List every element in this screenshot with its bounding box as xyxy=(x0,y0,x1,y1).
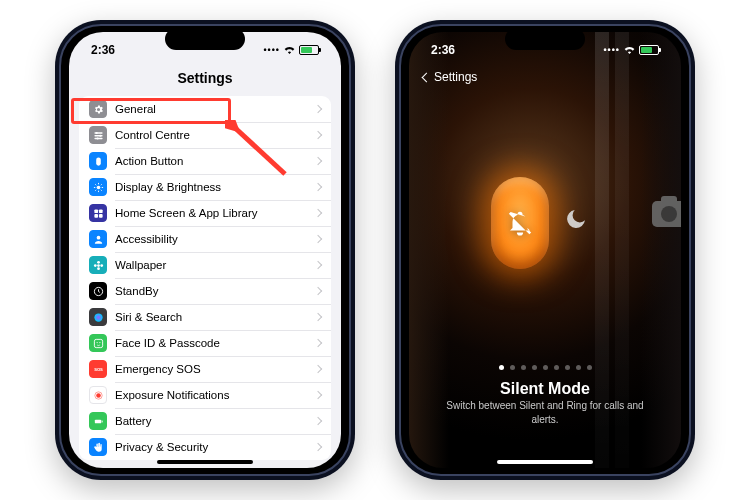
settings-row-display[interactable]: Display & Brightness xyxy=(79,174,331,200)
settings-row-wallpaper[interactable]: Wallpaper xyxy=(79,252,331,278)
settings-row-label: Wallpaper xyxy=(115,259,315,271)
back-button[interactable]: Settings xyxy=(423,70,477,84)
siri-icon xyxy=(89,308,107,326)
svg-line-15 xyxy=(95,189,96,190)
settings-row-general[interactable]: General xyxy=(79,96,331,122)
svg-point-24 xyxy=(93,264,96,267)
page-indicator[interactable] xyxy=(409,365,681,370)
chevron-right-icon xyxy=(314,417,322,425)
screen-action-button: 2:36 •••• Settings Silent Mode Switch be… xyxy=(409,32,681,468)
page-dot xyxy=(565,365,570,370)
chevron-right-icon xyxy=(314,339,322,347)
settings-row-label: Face ID & Passcode xyxy=(115,337,315,349)
svg-point-23 xyxy=(97,267,100,270)
settings-row-label: Exposure Notifications xyxy=(115,389,315,401)
svg-point-20 xyxy=(96,235,100,239)
settings-row-privacy[interactable]: Privacy & Security xyxy=(79,434,331,460)
settings-row-action-button[interactable]: Action Button xyxy=(79,148,331,174)
page-dot xyxy=(510,365,515,370)
chevron-right-icon xyxy=(314,287,322,295)
settings-row-sos[interactable]: SOSEmergency SOS xyxy=(79,356,331,382)
settings-row-exposure[interactable]: Exposure Notifications xyxy=(79,382,331,408)
status-indicators: •••• xyxy=(603,43,659,57)
svg-rect-6 xyxy=(96,157,101,165)
settings-row-siri[interactable]: Siri & Search xyxy=(79,304,331,330)
svg-rect-35 xyxy=(101,420,102,422)
settings-row-home-screen[interactable]: Home Screen & App Library xyxy=(79,200,331,226)
page-dot xyxy=(521,365,526,370)
svg-point-4 xyxy=(99,134,101,136)
mode-peek-focus[interactable] xyxy=(564,207,588,231)
svg-line-13 xyxy=(100,189,101,190)
settings-row-faceid[interactable]: Face ID & Passcode xyxy=(79,330,331,356)
wifi-icon xyxy=(283,43,296,57)
flower-icon xyxy=(89,256,107,274)
svg-point-25 xyxy=(100,264,103,267)
svg-text:SOS: SOS xyxy=(94,367,103,372)
svg-point-29 xyxy=(96,342,97,343)
home-indicator[interactable] xyxy=(157,460,253,464)
camera-icon xyxy=(652,201,681,227)
settings-row-accessibility[interactable]: Accessibility xyxy=(79,226,331,252)
settings-row-label: Battery xyxy=(115,415,315,427)
settings-row-label: General xyxy=(115,103,315,115)
phone-right-action-button: 2:36 •••• Settings Silent Mode Switch be… xyxy=(395,20,695,480)
chevron-right-icon xyxy=(314,391,322,399)
page-dot xyxy=(532,365,537,370)
sos-icon: SOS xyxy=(89,360,107,378)
settings-row-label: Action Button xyxy=(115,155,315,167)
settings-row-control-centre[interactable]: Control Centre xyxy=(79,122,331,148)
status-time: 2:36 xyxy=(91,43,115,57)
action-button-preview[interactable] xyxy=(491,177,549,269)
svg-point-7 xyxy=(96,185,100,189)
chevron-right-icon xyxy=(314,261,322,269)
home-indicator[interactable] xyxy=(497,460,593,464)
grid-icon xyxy=(89,204,107,222)
exposure-icon xyxy=(89,386,107,404)
chevron-right-icon xyxy=(314,365,322,373)
svg-rect-28 xyxy=(94,339,102,347)
chevron-right-icon xyxy=(314,209,322,217)
chevron-right-icon xyxy=(314,157,322,165)
settings-row-label: Display & Brightness xyxy=(115,181,315,193)
chevron-right-icon xyxy=(314,235,322,243)
back-label: Settings xyxy=(434,70,477,84)
mode-title: Silent Mode xyxy=(409,380,681,398)
svg-line-14 xyxy=(100,184,101,185)
settings-row-label: StandBy xyxy=(115,285,315,297)
mode-peek-camera[interactable] xyxy=(647,192,681,236)
phone-left-settings: 2:36 •••• Settings GeneralControl Centre… xyxy=(55,20,355,480)
settings-row-label: Emergency SOS xyxy=(115,363,315,375)
settings-row-label: Accessibility xyxy=(115,233,315,245)
cellular-dots-icon: •••• xyxy=(603,45,620,55)
svg-point-5 xyxy=(96,137,98,139)
svg-point-32 xyxy=(96,393,101,398)
bell-slash-icon xyxy=(505,208,535,238)
svg-rect-34 xyxy=(94,419,100,423)
svg-point-27 xyxy=(94,313,102,321)
battery-icon xyxy=(89,412,107,430)
dynamic-island xyxy=(165,28,245,50)
dynamic-island xyxy=(505,28,585,50)
chevron-left-icon xyxy=(422,72,432,82)
chevron-right-icon xyxy=(314,183,322,191)
chevron-right-icon xyxy=(314,105,322,113)
settings-row-label: Privacy & Security xyxy=(115,441,315,453)
sliders-icon xyxy=(89,126,107,144)
page-dot xyxy=(543,365,548,370)
page-dot xyxy=(499,365,504,370)
svg-line-12 xyxy=(95,184,96,185)
person-icon xyxy=(89,230,107,248)
chevron-right-icon xyxy=(314,131,322,139)
svg-rect-18 xyxy=(94,213,98,217)
action-icon xyxy=(89,152,107,170)
clock-icon xyxy=(89,282,107,300)
settings-row-standby[interactable]: StandBy xyxy=(79,278,331,304)
settings-row-label: Siri & Search xyxy=(115,311,315,323)
svg-rect-16 xyxy=(94,209,98,213)
settings-row-battery[interactable]: Battery xyxy=(79,408,331,434)
cellular-dots-icon: •••• xyxy=(263,45,280,55)
page-dot xyxy=(576,365,581,370)
settings-list[interactable]: GeneralControl CentreAction ButtonDispla… xyxy=(79,96,331,468)
moon-icon xyxy=(564,207,588,231)
